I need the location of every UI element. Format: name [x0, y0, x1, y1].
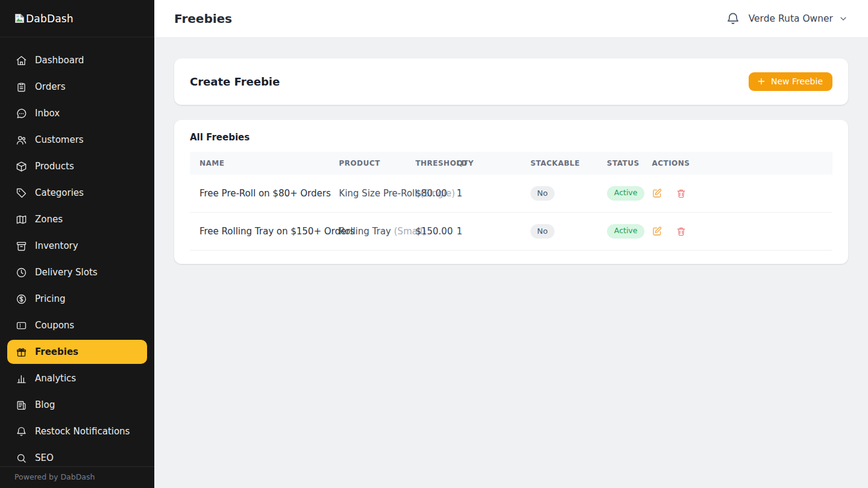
- new-freebie-button[interactable]: New Freebie: [749, 72, 832, 91]
- freebies-table-head: Name Product Threshold Qty Stackable Sta…: [190, 152, 832, 175]
- sidebar-item-inventory[interactable]: Inventory: [7, 234, 147, 258]
- trash-icon: [676, 226, 687, 237]
- notifications-bell-button[interactable]: [726, 11, 740, 26]
- create-freebie-title: Create Freebie: [190, 75, 280, 88]
- freebie-actions: [642, 213, 832, 251]
- sidebar-item-icon: [16, 214, 27, 225]
- edit-icon: [652, 188, 662, 199]
- sidebar-item-label: Delivery Slots: [35, 267, 98, 278]
- new-freebie-button-label: New Freebie: [771, 77, 823, 86]
- status-badge: Active: [607, 224, 645, 239]
- sidebar-item-label: Zones: [35, 214, 63, 225]
- sidebar-item-label: Orders: [35, 81, 65, 92]
- broken-image-icon: [14, 13, 25, 23]
- product-name: Rolling Tray: [339, 226, 391, 237]
- sidebar-item-icon: [16, 240, 27, 252]
- freebie-actions: [642, 175, 832, 213]
- sidebar-item-icon: [16, 373, 27, 384]
- sidebar-item-icon: [16, 55, 27, 66]
- freebie-qty: 1: [447, 213, 521, 251]
- sidebar-item-label: Analytics: [35, 373, 76, 384]
- app-logo-text: DabDash: [26, 13, 74, 25]
- sidebar-item-products[interactable]: Products: [7, 154, 147, 178]
- sidebar-item-icon: [16, 399, 27, 411]
- app-logo[interactable]: DabDash: [0, 0, 154, 37]
- user-menu[interactable]: Verde Ruta Owner: [749, 13, 848, 24]
- sidebar-item-categories[interactable]: Categories: [7, 181, 147, 205]
- sidebar-item-freebies[interactable]: Freebies: [7, 340, 147, 364]
- sidebar-item-customers[interactable]: Customers: [7, 128, 147, 152]
- sidebar-item-icon: [16, 293, 27, 305]
- sidebar-item-icon: [16, 452, 27, 464]
- sidebar-item-pricing[interactable]: Pricing: [7, 287, 147, 311]
- sidebar-item-icon: [16, 426, 27, 437]
- page-title: Freebies: [174, 11, 232, 26]
- user-name: Verde Ruta Owner: [749, 13, 833, 24]
- column-header: Qty: [447, 152, 521, 175]
- bell-icon: [726, 11, 740, 26]
- sidebar-item-orders[interactable]: Orders: [7, 75, 147, 99]
- column-header: Name: [190, 152, 329, 175]
- sidebar-item-label: Customers: [35, 134, 84, 145]
- sidebar-item-label: Freebies: [35, 346, 78, 357]
- sidebar-item-icon: [16, 108, 27, 119]
- sidebar-item-icon: [16, 187, 27, 199]
- all-freebies-title: All Freebies: [190, 132, 832, 143]
- column-header: Actions: [642, 152, 832, 175]
- edit-button[interactable]: [652, 226, 662, 237]
- freebie-product: Rolling Tray (Small): [329, 213, 406, 251]
- sidebar-item-label: Inventory: [35, 240, 78, 251]
- freebie-stackable: No: [521, 175, 597, 213]
- sidebar-item-inbox[interactable]: Inbox: [7, 101, 147, 125]
- sidebar-item-analytics[interactable]: Analytics: [7, 366, 147, 390]
- sidebar-nav: Dashboard Orders Inbox Customers Product…: [0, 37, 154, 466]
- column-header: Product: [329, 152, 406, 175]
- delete-button[interactable]: [676, 226, 687, 237]
- sidebar-item-delivery-slots[interactable]: Delivery Slots: [7, 260, 147, 284]
- status-badge: Active: [607, 186, 645, 201]
- sidebar-item-icon: [16, 267, 27, 278]
- sidebar-item-label: Categories: [35, 187, 84, 198]
- all-freebies-card: All Freebies Name Product Threshold Qty: [174, 120, 848, 264]
- sidebar-item-icon: [16, 134, 27, 146]
- sidebar-item-dashboard[interactable]: Dashboard: [7, 48, 147, 72]
- sidebar-item-icon: [16, 346, 27, 358]
- sidebar-item-icon: [16, 161, 27, 172]
- freebie-product: King Size Pre-Roll (Single): [329, 175, 406, 213]
- plus-icon: [756, 77, 766, 86]
- sidebar-item-label: Pricing: [35, 293, 66, 304]
- freebie-status: Active: [597, 213, 643, 251]
- content: Create Freebie New Freebie All Freebies …: [154, 38, 868, 488]
- freebie-stackable: No: [521, 213, 597, 251]
- stackable-badge: No: [530, 186, 555, 201]
- freebie-status: Active: [597, 175, 643, 213]
- table-row: Free Pre-Roll on $80+ Orders King Size P…: [190, 175, 832, 213]
- table-row: Free Rolling Tray on $150+ Orders Rollin…: [190, 213, 832, 251]
- top-bar-right: Verde Ruta Owner: [726, 11, 848, 26]
- column-header: Stackable: [521, 152, 597, 175]
- powered-by: Powered by DabDash: [0, 466, 154, 488]
- column-header: Status: [597, 152, 643, 175]
- sidebar-item-zones[interactable]: Zones: [7, 207, 147, 231]
- freebie-name: Free Pre-Roll on $80+ Orders: [190, 175, 329, 213]
- create-freebie-card: Create Freebie New Freebie: [174, 58, 848, 105]
- sidebar-item-icon: [16, 320, 27, 331]
- sidebar-item-blog[interactable]: Blog: [7, 393, 147, 417]
- sidebar-item-label: SEO: [35, 452, 54, 463]
- sidebar-item-coupons[interactable]: Coupons: [7, 313, 147, 337]
- sidebar-item-label: Inbox: [35, 108, 60, 119]
- sidebar-item-label: Blog: [35, 399, 55, 410]
- sidebar-item-restock-notifications[interactable]: Restock Notifications: [7, 419, 147, 443]
- sidebar-item-seo[interactable]: SEO: [7, 446, 147, 466]
- column-header: Threshold: [406, 152, 447, 175]
- freebie-name: Free Rolling Tray on $150+ Orders: [190, 213, 329, 251]
- product-name: King Size Pre-Roll: [339, 188, 417, 199]
- top-bar: Freebies Verde Ruta Owner: [154, 0, 868, 38]
- chevron-down-icon: [838, 14, 848, 23]
- freebies-table-body: Free Pre-Roll on $80+ Orders King Size P…: [190, 175, 832, 251]
- sidebar-item-icon: [16, 81, 27, 93]
- trash-icon: [676, 188, 687, 199]
- edit-button[interactable]: [652, 188, 662, 199]
- delete-button[interactable]: [676, 188, 687, 199]
- sidebar-item-label: Dashboard: [35, 55, 84, 66]
